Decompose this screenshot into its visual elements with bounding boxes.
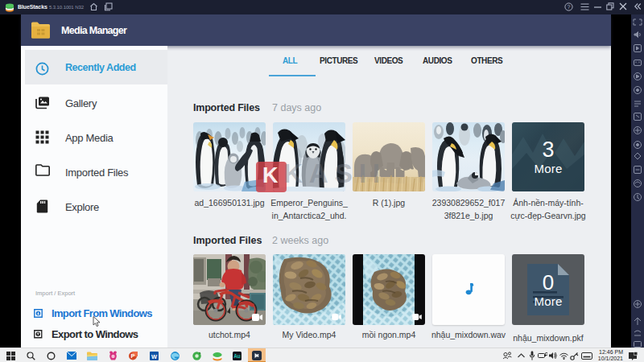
svg-text:Au: Au: [233, 353, 241, 359]
svg-text:W: W: [151, 353, 158, 360]
svg-text:P: P: [130, 352, 134, 360]
svg-text:?: ?: [568, 4, 571, 10]
